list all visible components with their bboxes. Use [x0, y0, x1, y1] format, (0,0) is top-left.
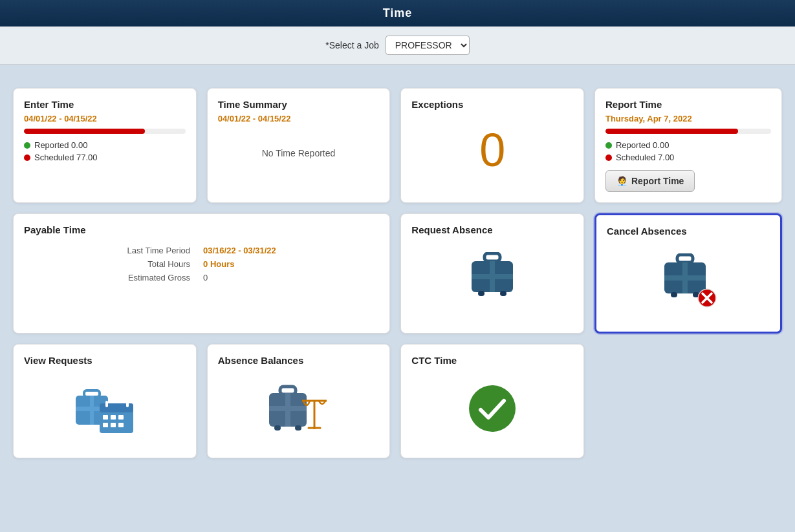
- report-time-reported-row: Reported 0.00: [605, 140, 771, 150]
- cancel-absences-icon-area: [607, 240, 770, 321]
- ctc-time-card[interactable]: CTC Time: [400, 344, 584, 458]
- svg-rect-25: [103, 423, 108, 427]
- report-time-button[interactable]: 🧑‍💼 Report Time: [605, 170, 695, 192]
- report-time-progress-bar: [605, 129, 771, 134]
- cancel-absences-card[interactable]: Cancel Absences: [594, 213, 782, 334]
- svg-rect-4: [478, 291, 485, 296]
- enter-time-date: 04/01/22 - 04/15/22: [24, 114, 186, 123]
- request-absence-icon-area: [411, 239, 573, 310]
- report-time-scheduled-row: Scheduled 7.00: [605, 153, 771, 162]
- view-requests-icon: [72, 383, 137, 434]
- request-absence-title: Request Absence: [411, 224, 573, 235]
- payable-time-title: Payable Time: [24, 224, 379, 235]
- svg-rect-34: [274, 425, 281, 431]
- estimated-gross-label: Estimated Gross: [24, 273, 190, 282]
- absence-balances-title: Absence Balances: [218, 355, 380, 366]
- view-requests-card[interactable]: View Requests: [13, 344, 197, 458]
- svg-rect-5: [500, 291, 506, 296]
- enter-time-card[interactable]: Enter Time 04/01/22 - 04/15/22 Reported …: [13, 88, 197, 203]
- report-time-date: Thursday, Apr 7, 2022: [605, 114, 771, 123]
- exceptions-count: 0: [411, 114, 573, 180]
- svg-rect-35: [295, 425, 301, 431]
- time-summary-card[interactable]: Time Summary 04/01/22 - 04/15/22 No Time…: [207, 88, 391, 203]
- report-time-card: Report Time Thursday, Apr 7, 2022 Report…: [594, 88, 782, 203]
- time-summary-date: 04/01/22 - 04/15/22: [218, 114, 380, 123]
- view-requests-icon-area: [24, 370, 186, 447]
- cancel-absences-title: Cancel Absences: [607, 226, 770, 237]
- svg-rect-10: [671, 292, 677, 297]
- svg-rect-0: [485, 253, 500, 261]
- absence-balances-icon-area: [218, 370, 380, 447]
- no-time-reported-text: No Time Reported: [218, 129, 380, 178]
- svg-rect-27: [118, 423, 124, 427]
- ctc-time-title: CTC Time: [411, 355, 573, 366]
- report-time-title: Report Time: [605, 99, 771, 110]
- absence-balances-icon: [266, 383, 331, 434]
- request-absence-card[interactable]: Request Absence: [400, 213, 584, 334]
- job-select-dropdown[interactable]: PROFESSOR: [386, 36, 470, 55]
- scheduled-dot: [24, 154, 30, 161]
- enter-time-scheduled-label: Scheduled 77.00: [34, 153, 98, 162]
- page-title: Time: [383, 6, 413, 19]
- total-hours-label: Total Hours: [24, 259, 190, 269]
- svg-rect-22: [103, 415, 108, 420]
- exceptions-card[interactable]: Exceptions 0: [400, 88, 584, 203]
- svg-rect-3: [472, 274, 513, 279]
- view-requests-title: View Requests: [24, 355, 186, 366]
- svg-rect-29: [126, 401, 129, 407]
- ctc-time-icon-area: [411, 370, 573, 447]
- svg-rect-33: [269, 406, 307, 411]
- job-selector-bar: *Select a Job PROFESSOR: [0, 27, 795, 65]
- report-reported-dot: [605, 142, 612, 149]
- cancel-icon-wrap: [659, 253, 717, 308]
- last-period-label: Last Time Period: [24, 246, 190, 255]
- svg-rect-24: [118, 415, 124, 420]
- svg-rect-28: [105, 401, 108, 407]
- svg-rect-26: [111, 423, 116, 427]
- svg-rect-6: [677, 255, 693, 262]
- payable-time-card[interactable]: Payable Time Last Time Period 03/16/22 -…: [13, 213, 390, 334]
- exceptions-title: Exceptions: [411, 99, 573, 110]
- ctc-check-icon: [466, 383, 518, 434]
- enter-time-title: Enter Time: [24, 99, 186, 110]
- report-scheduled-dot: [605, 154, 612, 161]
- last-period-value: 03/16/22 - 03/31/22: [203, 246, 379, 255]
- job-selector-label: *Select a Job: [325, 40, 379, 50]
- enter-time-progress-bar: [24, 129, 186, 134]
- absence-balances-card[interactable]: Absence Balances: [207, 344, 391, 458]
- total-hours-value: 0 Hours: [203, 259, 379, 269]
- page-header: Time: [0, 0, 795, 27]
- report-time-reported-label: Reported 0.00: [616, 140, 669, 150]
- payable-time-details: Last Time Period 03/16/22 - 03/31/22 Tot…: [24, 239, 379, 282]
- estimated-gross-value: 0: [203, 273, 379, 282]
- luggage-icon: [466, 252, 518, 297]
- reported-dot: [24, 142, 30, 149]
- enter-time-progress-fill: [24, 129, 145, 134]
- report-time-btn-icon: 🧑‍💼: [616, 176, 627, 186]
- cancel-x-icon: [697, 288, 717, 308]
- report-time-scheduled-label: Scheduled 7.00: [616, 153, 674, 162]
- enter-time-reported-row: Reported 0.00: [24, 140, 186, 150]
- report-time-progress-fill: [605, 129, 738, 134]
- svg-point-41: [469, 385, 516, 432]
- main-grid: Enter Time 04/01/22 - 04/15/22 Reported …: [0, 65, 795, 471]
- enter-time-reported-label: Reported 0.00: [34, 140, 87, 150]
- report-time-btn-label: Report Time: [631, 176, 684, 186]
- svg-rect-23: [111, 415, 116, 420]
- enter-time-scheduled-row: Scheduled 77.00: [24, 153, 186, 162]
- time-summary-title: Time Summary: [218, 99, 380, 110]
- svg-rect-9: [664, 275, 706, 281]
